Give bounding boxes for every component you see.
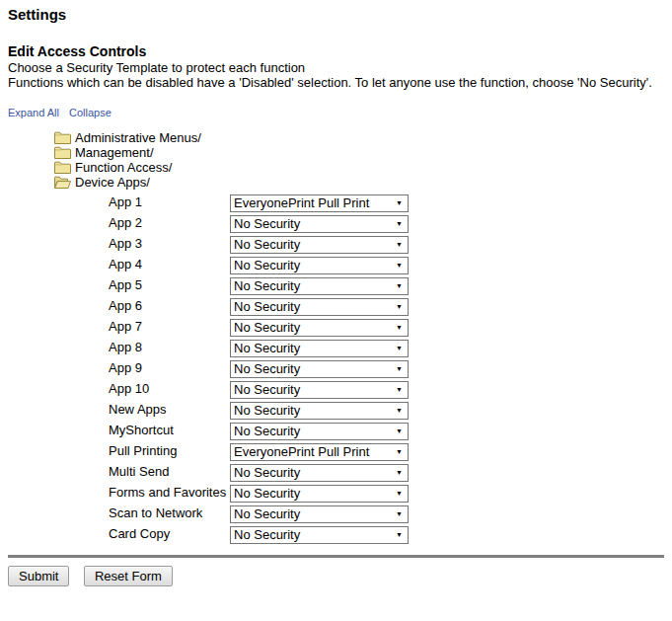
function-label: App 8 [109,340,230,354]
function-row: App 4 No Security ▼ [109,254,664,274]
function-row: App 7 No Security ▼ [109,316,664,337]
function-label: App 5 [109,277,230,292]
function-row: Multi Send No Security ▼ [109,461,664,482]
tree-folder-row[interactable]: Device Apps/ [54,175,664,190]
security-template-select-wrap: No Security ▼ [230,484,409,502]
security-template-select-wrap: No Security ▼ [230,318,409,336]
function-label: App 3 [109,236,230,251]
security-template-select-wrap: No Security ▼ [230,235,409,253]
function-row: App 3 No Security ▼ [109,233,664,254]
tree-folder-label: Management/ [75,145,154,160]
form-actions: Submit Reset Form [8,566,672,586]
open-folder-icon [54,176,71,189]
divider [8,555,664,558]
security-template-select[interactable]: No Security [230,340,409,357]
security-template-select[interactable]: No Security [230,215,409,233]
function-label: App 9 [109,360,230,375]
function-label: Pull Printing [109,443,230,458]
tree-folder-label: Administrative Menus/ [75,130,201,145]
reset-form-button[interactable]: Reset Form [84,566,173,586]
function-row: Forms and Favorites No Security ▼ [109,482,664,503]
security-template-select-wrap: No Security ▼ [230,359,409,377]
security-template-select-wrap: No Security ▼ [230,525,409,543]
function-row: App 10 No Security ▼ [109,378,664,399]
security-template-select[interactable]: No Security [230,257,409,274]
security-template-select[interactable]: No Security [230,277,409,295]
instruction-disabled-note: Functions which can be disabled have a '… [8,75,664,90]
security-template-select[interactable]: No Security [230,505,409,523]
function-label: Card Copy [109,526,230,541]
security-template-select[interactable]: No Security [230,381,409,399]
security-template-select-wrap: No Security ▼ [230,463,409,481]
closed-folder-icon [54,131,71,144]
security-template-select-wrap: No Security ▼ [230,505,409,522]
security-template-select[interactable]: No Security [230,464,409,482]
function-row: App 8 No Security ▼ [109,337,664,357]
function-row: New Apps No Security ▼ [109,399,664,420]
function-row: Pull Printing EveryonePrint Pull Print ▼ [109,440,664,461]
function-label: App 2 [109,215,230,230]
function-row: Card Copy No Security ▼ [109,523,664,544]
function-row: App 5 No Security ▼ [109,274,664,295]
security-template-select[interactable]: No Security [230,526,409,544]
function-label: New Apps [109,402,230,417]
function-row: App 1 EveryonePrint Pull Print ▼ [109,192,664,212]
function-row: App 6 No Security ▼ [109,295,664,316]
function-label: App 4 [109,257,230,272]
function-label: MyShortcut [109,423,230,437]
security-template-select-wrap: No Security ▼ [230,297,409,315]
function-label: App 1 [109,194,230,209]
tree-folder-label: Function Access/ [75,160,172,175]
section-title: Edit Access Controls [8,43,664,60]
security-function-tree: Administrative Menus/ Management/ Functi… [54,130,664,190]
function-row: MyShortcut No Security ▼ [109,420,664,440]
security-template-select[interactable]: No Security [230,423,409,440]
function-label: Forms and Favorites [109,485,230,500]
security-template-select-wrap: No Security ▼ [230,256,409,273]
security-template-select[interactable]: No Security [230,236,409,254]
security-template-select[interactable]: No Security [230,360,409,378]
security-template-select[interactable]: No Security [230,319,409,337]
function-list: App 1 EveryonePrint Pull Print ▼ App 2 N… [109,192,664,544]
closed-folder-icon [54,146,71,159]
tree-folder-row[interactable]: Function Access/ [54,160,664,175]
page-title: Settings [8,6,664,24]
function-label: App 7 [109,319,230,334]
collapse-link[interactable]: Collapse [69,107,112,118]
function-row: App 2 No Security ▼ [109,212,664,233]
security-template-select[interactable]: EveryonePrint Pull Print [230,194,409,212]
security-template-select-wrap: No Security ▼ [230,380,409,398]
instruction-choose-template: Choose a Security Template to protect ea… [8,60,664,75]
security-template-select[interactable]: No Security [230,298,409,316]
function-label: Multi Send [109,464,230,479]
settings-page: Settings Edit Access Controls Choose a S… [0,0,672,621]
security-template-select[interactable]: No Security [230,485,409,503]
security-template-select-wrap: No Security ▼ [230,401,409,419]
tree-folder-label: Device Apps/ [75,175,150,190]
security-template-select-wrap: No Security ▼ [230,422,409,439]
function-label: App 10 [109,381,230,396]
security-template-select[interactable]: EveryonePrint Pull Print [230,443,409,461]
security-template-select-wrap: EveryonePrint Pull Print ▼ [230,194,409,211]
function-label: Scan to Network [109,505,230,520]
tree-folder-row[interactable]: Administrative Menus/ [54,130,664,145]
function-label: App 6 [109,298,230,313]
function-row: Scan to Network No Security ▼ [109,503,664,523]
tree-folder-row[interactable]: Management/ [54,145,664,160]
function-row: App 9 No Security ▼ [109,357,664,378]
security-template-select-wrap: No Security ▼ [230,339,409,356]
security-template-select-wrap: No Security ▼ [230,214,409,232]
security-template-select-wrap: No Security ▼ [230,276,409,294]
security-template-select[interactable]: No Security [230,402,409,420]
closed-folder-icon [54,161,71,174]
security-template-select-wrap: EveryonePrint Pull Print ▼ [230,442,409,460]
tree-controls: Expand All Collapse [8,107,664,119]
expand-all-link[interactable]: Expand All [8,107,59,118]
submit-button[interactable]: Submit [8,566,69,586]
